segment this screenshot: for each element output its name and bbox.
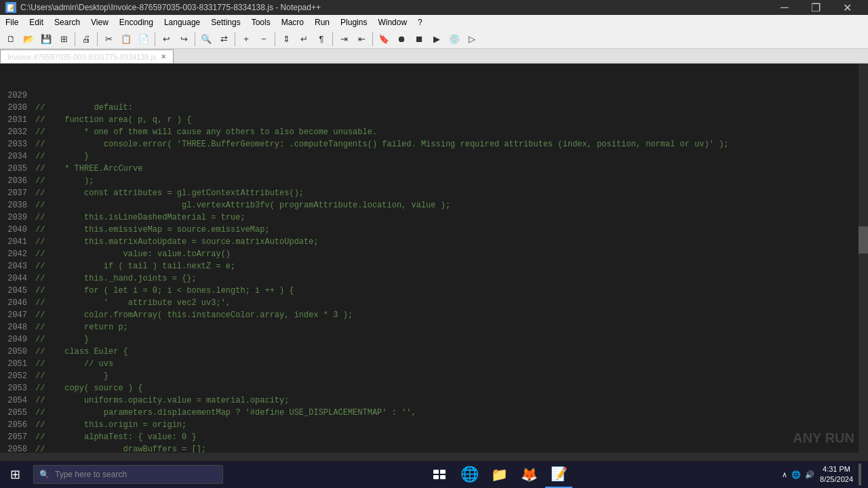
- run-button[interactable]: ▷: [464, 31, 480, 47]
- menu-macro[interactable]: Macro: [276, 15, 309, 30]
- menu-run[interactable]: Run: [309, 15, 335, 30]
- save-all-button[interactable]: ⊞: [56, 31, 72, 47]
- word-wrap-button[interactable]: ↵: [296, 31, 312, 47]
- taskbar: ⊞ 🔍 Type here to search 🌐 📁 🦊 📝 ∧ 🌐 🔊 4:…: [0, 461, 868, 488]
- open-button[interactable]: 📂: [20, 31, 37, 47]
- menu-file[interactable]: File: [0, 15, 24, 30]
- code-content[interactable]: // default: // function area( p, q, r ) …: [33, 88, 868, 453]
- window-title: C:\Users\admin\Desktop\Invoice-876597035…: [20, 3, 321, 12]
- separator-8: [372, 33, 373, 46]
- svg-rect-2: [433, 475, 439, 479]
- start-button[interactable]: ⊞: [0, 461, 31, 488]
- tab-label: Invoice-876597035-003-8331775-8334138.js: [7, 53, 157, 61]
- new-button[interactable]: 🗋: [3, 31, 19, 47]
- macro-rec-button[interactable]: ⏺: [393, 31, 410, 47]
- network-icon: 🌐: [791, 470, 801, 479]
- separator-7: [332, 33, 333, 46]
- taskbar-search[interactable]: 🔍 Type here to search: [33, 465, 223, 484]
- windows-icon: ⊞: [10, 467, 20, 482]
- menu-bar: File Edit Search View Encoding Language …: [0, 15, 868, 30]
- print-button[interactable]: 🖨: [78, 31, 94, 47]
- menu-settings[interactable]: Settings: [205, 15, 245, 30]
- scrollbar-thumb[interactable]: [859, 226, 868, 253]
- system-tray: ∧ 🌐 🔊: [782, 470, 814, 479]
- indent-button[interactable]: ⇥: [336, 31, 352, 47]
- vertical-scrollbar[interactable]: [859, 64, 868, 453]
- taskbar-notepad-icon[interactable]: 📝: [545, 461, 572, 488]
- separator-6: [275, 33, 275, 46]
- minimize-button[interactable]: ─: [769, 0, 800, 15]
- separator-1: [75, 33, 75, 46]
- paste-button[interactable]: 📄: [136, 31, 152, 47]
- tab-invoice[interactable]: Invoice-876597035-003-8331775-8334138.js…: [0, 49, 174, 63]
- replace-button[interactable]: ⇄: [216, 31, 232, 47]
- separator-5: [235, 33, 235, 46]
- zoom-out-button[interactable]: −: [256, 31, 272, 47]
- editor-area[interactable]: vClearcoatNormalMapUV ).xyz * 2.0 - 1.0;…: [0, 64, 868, 453]
- outdent-button[interactable]: ⇤: [353, 31, 370, 47]
- redo-button[interactable]: ↪: [176, 31, 192, 47]
- macro-play-button[interactable]: ▶: [429, 31, 445, 47]
- save-button[interactable]: 💾: [38, 31, 54, 47]
- tab-bar: Invoice-876597035-003-8331775-8334138.js…: [0, 49, 868, 64]
- copy-button[interactable]: 📋: [118, 31, 134, 47]
- menu-encoding[interactable]: Encoding: [114, 15, 159, 30]
- taskbar-task-view[interactable]: [426, 461, 453, 488]
- search-placeholder-text: Type here to search: [55, 470, 127, 479]
- menu-language[interactable]: Language: [159, 15, 205, 30]
- all-chars-button[interactable]: ¶: [313, 31, 330, 47]
- search-icon: 🔍: [39, 470, 50, 479]
- title-bar: 📝 C:\Users\admin\Desktop\Invoice-8765970…: [0, 0, 868, 15]
- svg-rect-3: [440, 475, 446, 479]
- close-button[interactable]: ✕: [831, 0, 863, 15]
- sync-scroll-button[interactable]: ⇕: [278, 31, 294, 47]
- separator-3: [155, 33, 155, 46]
- tray-chevron[interactable]: ∧: [782, 470, 787, 479]
- show-desktop-button[interactable]: [859, 464, 861, 485]
- svg-rect-1: [440, 470, 446, 474]
- menu-tools[interactable]: Tools: [246, 15, 276, 30]
- undo-button[interactable]: ↩: [158, 31, 174, 47]
- taskbar-right: ∧ 🌐 🔊 4:31 PM 8/25/2024: [775, 464, 868, 485]
- app-icon: 📝: [5, 2, 16, 13]
- menu-search[interactable]: Search: [49, 15, 85, 30]
- svg-rect-0: [433, 470, 439, 474]
- taskbar-explorer-icon[interactable]: 📁: [486, 461, 513, 488]
- macro-stop-button[interactable]: ⏹: [411, 31, 427, 47]
- menu-help[interactable]: ?: [412, 15, 428, 30]
- menu-edit[interactable]: Edit: [24, 15, 49, 30]
- find-button[interactable]: 🔍: [198, 31, 214, 47]
- date-label: 8/25/2024: [820, 474, 853, 485]
- tab-close-icon[interactable]: ✕: [161, 53, 166, 60]
- macro-save-button[interactable]: 💿: [446, 31, 462, 47]
- cut-button[interactable]: ✂: [100, 31, 117, 47]
- menu-view[interactable]: View: [85, 15, 114, 30]
- separator-4: [195, 33, 195, 46]
- clock[interactable]: 4:31 PM 8/25/2024: [820, 464, 853, 485]
- taskbar-edge-icon[interactable]: 🌐: [456, 461, 483, 488]
- line-numbers: 20292030203120322033 2034203520362037203…: [0, 88, 33, 453]
- window-controls: ─ ❐ ✕: [769, 0, 863, 15]
- taskbar-firefox-icon[interactable]: 🦊: [515, 461, 542, 488]
- maximize-button[interactable]: ❐: [800, 0, 831, 15]
- separator-2: [97, 33, 98, 46]
- time-label: 4:31 PM: [820, 464, 853, 474]
- zoom-in-button[interactable]: +: [238, 31, 254, 47]
- menu-plugins[interactable]: Plugins: [335, 15, 372, 30]
- menu-window[interactable]: Window: [372, 15, 412, 30]
- toolbar: 🗋 📂 💾 ⊞ 🖨 ✂ 📋 📄 ↩ ↪ 🔍 ⇄ + − ⇕ ↵ ¶ ⇥ ⇤ 🔖 …: [0, 30, 868, 49]
- volume-icon: 🔊: [805, 470, 814, 479]
- bookmark-button[interactable]: 🔖: [376, 31, 392, 47]
